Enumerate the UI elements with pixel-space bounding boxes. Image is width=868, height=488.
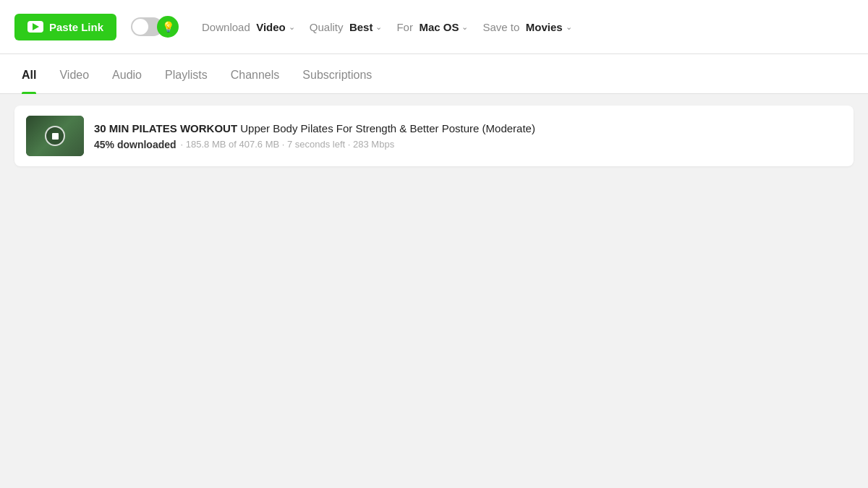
tab-channels-label: Channels	[231, 69, 280, 81]
tab-audio[interactable]: Audio	[112, 54, 142, 93]
title-suffix: Upper Body Pilates For Strength & Better…	[237, 122, 535, 134]
quality-prefix: Quality	[310, 21, 344, 33]
tabs-section: All Video Audio Playlists Channels Subsc…	[0, 54, 868, 94]
quality-chevron-icon: ⌄	[375, 22, 382, 32]
download-item: 30 MIN PILATES WORKOUT Upper Body Pilate…	[14, 106, 854, 166]
download-chevron-icon: ⌄	[289, 22, 295, 32]
stop-icon	[52, 133, 59, 140]
tab-playlists-label: Playlists	[165, 69, 208, 81]
tab-subscriptions[interactable]: Subscriptions	[302, 54, 372, 93]
item-title: 30 MIN PILATES WORKOUT Upper Body Pilate…	[94, 122, 842, 134]
save-prefix: Save to	[482, 21, 519, 33]
paste-link-button[interactable]: Paste Link	[14, 14, 116, 40]
download-details: · 185.8 MB of 407.6 MB · 7 seconds left …	[181, 139, 395, 150]
tab-subscriptions-label: Subscriptions	[302, 69, 372, 81]
paste-link-label: Paste Link	[49, 21, 103, 33]
for-value: Mac OS	[419, 21, 459, 33]
bulb-icon: 💡	[162, 21, 174, 33]
tab-audio-label: Audio	[112, 69, 142, 81]
toolbar: Paste Link 💡 Download Video ⌄ Quality Be…	[0, 0, 868, 54]
save-to-dropdown[interactable]: Save to Movies ⌄	[477, 16, 577, 38]
tab-all-label: All	[22, 69, 36, 81]
video-thumbnail	[26, 116, 84, 156]
tab-channels[interactable]: Channels	[231, 54, 280, 93]
download-type-dropdown[interactable]: Download Video ⌄	[196, 16, 301, 38]
quality-dropdown[interactable]: Quality Best ⌄	[304, 16, 388, 38]
toolbar-options: Download Video ⌄ Quality Best ⌄ For Mac …	[196, 16, 578, 38]
tabs-list: All Video Audio Playlists Channels Subsc…	[22, 54, 846, 93]
tab-playlists[interactable]: Playlists	[165, 54, 208, 93]
download-percent: 45% downloaded	[94, 139, 176, 150]
bulb-icon-wrap: 💡	[157, 16, 179, 38]
stop-button[interactable]	[45, 126, 65, 146]
toggle-knob	[132, 19, 148, 35]
download-value: Video	[256, 21, 286, 33]
item-progress-row: 45% downloaded · 185.8 MB of 407.6 MB · …	[94, 139, 842, 150]
download-prefix: Download	[202, 21, 250, 33]
item-info: 30 MIN PILATES WORKOUT Upper Body Pilate…	[94, 122, 842, 150]
quality-value: Best	[349, 21, 373, 33]
title-prefix: 30 MIN PILATES WORKOUT	[94, 122, 237, 134]
save-chevron-icon: ⌄	[566, 22, 572, 32]
youtube-icon	[27, 21, 43, 33]
platform-chevron-icon: ⌄	[461, 22, 468, 32]
tab-all[interactable]: All	[22, 54, 36, 93]
for-prefix: For	[396, 21, 413, 33]
tab-video[interactable]: Video	[59, 54, 89, 93]
content-area: 30 MIN PILATES WORKOUT Upper Body Pilate…	[0, 94, 868, 483]
tab-video-label: Video	[59, 69, 89, 81]
platform-dropdown[interactable]: For Mac OS ⌄	[391, 16, 474, 38]
save-value: Movies	[526, 21, 563, 33]
toggle-container: 💡	[131, 16, 179, 38]
